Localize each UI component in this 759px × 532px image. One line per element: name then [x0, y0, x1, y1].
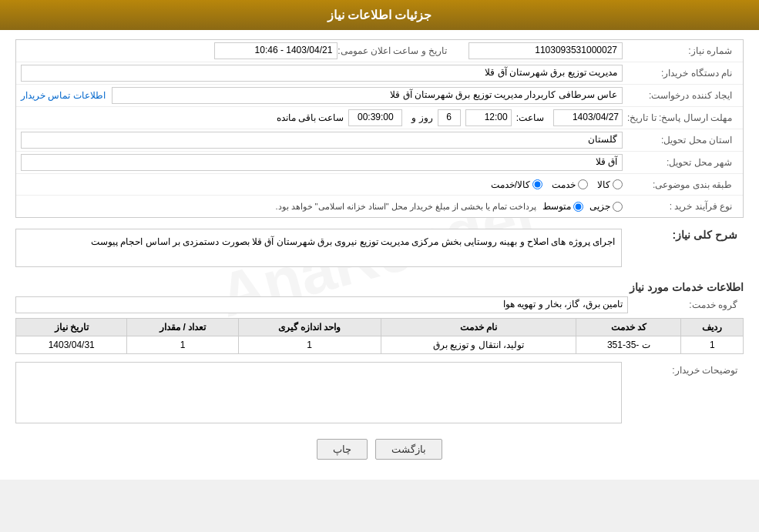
reply-remaining-label: ساعت باقی مانده — [272, 111, 349, 125]
purchase-type-label: نوع فرآیند خرید : — [623, 201, 738, 212]
services-table: ردیف کد خدمت نام خدمت واحد اندازه گیری ت… — [15, 318, 744, 354]
th-row: ردیف — [681, 319, 744, 336]
purchase-label-jozi: جزیی — [589, 201, 610, 212]
category-radio-group: کالا خدمت کالا/خدمت — [21, 179, 623, 190]
service-group-label: گروه خدمت: — [628, 299, 744, 310]
service-group-row: گروه خدمت: تامین برق، گاز، بخار و تهویه … — [15, 296, 744, 313]
buttons-row: بازگشت چاپ — [15, 431, 744, 470]
reply-date-value: 1403/04/27 — [553, 109, 623, 126]
purchase-option-motavaret: متوسط — [542, 201, 583, 212]
reply-remaining-value: 00:39:00 — [348, 109, 402, 126]
category-option-kala: کالا — [597, 179, 623, 190]
page-wrapper: جزئیات اطلاعات نیاز AnaRender شماره نیاز… — [0, 0, 759, 480]
content-area: AnaRender شماره نیاز: 1103093531000027 ت… — [0, 30, 759, 480]
category-label-khedmat: خدمت — [552, 179, 576, 190]
back-button[interactable]: بازگشت — [375, 439, 442, 460]
td-name: تولید، انتقال و توزیع برق — [381, 336, 576, 354]
th-unit: واحد اندازه گیری — [238, 319, 381, 336]
category-label: طبقه بندی موضوعی: — [623, 179, 738, 190]
reply-deadline-row: مهلت ارسال پاسخ: تا تاریخ: 1403/04/27 سا… — [16, 107, 743, 129]
province-value: گلستان — [21, 132, 623, 149]
buyer-notes-label: توضیحات خریدار: — [628, 362, 744, 376]
city-row: شهر محل تحویل: آق قلا — [16, 152, 743, 174]
category-option-khedmat: خدمت — [552, 179, 588, 190]
category-row: طبقه بندی موضوعی: کالا خدمت کالا/خدمت — [16, 174, 743, 196]
creator-row: ایجاد کننده درخواست: عاس سرطافی کاربردار… — [16, 85, 743, 107]
creator-contact-link[interactable]: اطلاعات تماس خریدار — [21, 90, 106, 101]
city-value: آق قلا — [21, 154, 623, 171]
creator-label: ایجاد کننده درخواست: — [623, 90, 738, 101]
purchase-radio-jozi[interactable] — [613, 202, 623, 212]
purchase-option-jozi: جزیی — [589, 201, 623, 212]
th-name: نام خدمت — [381, 319, 576, 336]
reply-days-label: روز و — [407, 111, 437, 125]
td-unit: 1 — [238, 336, 381, 354]
description-label: شرح کلی نیاز: — [628, 226, 744, 241]
th-date: تاریخ نیاز — [16, 319, 127, 336]
buyer-org-row: نام دستگاه خریدار: مدیریت توزیع برق شهرس… — [16, 62, 743, 85]
services-header: اطلاعات خدمات مورد نیاز — [15, 276, 744, 296]
page-header: جزئیات اطلاعات نیاز — [0, 0, 759, 30]
request-number-row: شماره نیاز: 1103093531000027 تاریخ و ساع… — [16, 40, 743, 62]
reply-time-label: ساعت: — [512, 111, 549, 125]
purchase-type-row: نوع فرآیند خرید : جزیی متوسط پرداخت تمام… — [16, 196, 743, 217]
announcement-date-label: تاریخ و ساعت اعلان عمومی: — [338, 45, 453, 56]
td-code: ت -35-351 — [576, 336, 681, 354]
buyer-org-label: نام دستگاه خریدار: — [623, 68, 738, 79]
category-radio-kala-khedmat[interactable] — [532, 179, 542, 189]
category-option-kala-khedmat: کالا/خدمت — [491, 179, 542, 190]
buyer-notes-section: توضیحات خریدار: — [15, 362, 744, 423]
table-header-row: ردیف کد خدمت نام خدمت واحد اندازه گیری ت… — [16, 319, 744, 336]
service-group-value: تامین برق، گاز، بخار و تهویه هوا — [15, 296, 628, 313]
request-number-label: شماره نیاز: — [623, 45, 738, 56]
category-label-kala: کالا — [597, 179, 610, 190]
description-section: شرح کلی نیاز: اجرای پروژه های اصلاح و به… — [15, 226, 744, 270]
print-button[interactable]: چاپ — [317, 439, 368, 460]
buyer-org-value: مدیریت توزیع برق شهرستان آق قلا — [21, 65, 623, 82]
reply-deadline-label: مهلت ارسال پاسخ: تا تاریخ: — [623, 112, 738, 123]
td-quantity: 1 — [127, 336, 238, 354]
city-label: شهر محل تحویل: — [623, 157, 738, 168]
category-radio-khedmat[interactable] — [578, 179, 588, 189]
services-section: اطلاعات خدمات مورد نیاز گروه خدمت: تامین… — [15, 276, 744, 354]
th-code: کد خدمت — [576, 319, 681, 336]
purchase-note: پرداخت تمام یا بخشی از مبلغ خریدار محل "… — [275, 202, 536, 212]
reply-time-value: 12:00 — [465, 109, 512, 126]
buyer-notes-textarea[interactable] — [15, 362, 622, 423]
purchase-radio-motavaret[interactable] — [573, 202, 583, 212]
page-title: جزئیات اطلاعات نیاز — [327, 8, 432, 22]
reply-days-value: 6 — [438, 109, 461, 126]
td-row: 1 — [681, 336, 744, 354]
category-radio-kala[interactable] — [613, 179, 623, 189]
purchase-label-motavaret: متوسط — [542, 201, 571, 212]
announcement-date-value: 1403/04/21 - 10:46 — [214, 42, 338, 59]
province-label: استان محل تحویل: — [623, 135, 738, 146]
buyer-notes-row: توضیحات خریدار: — [15, 362, 744, 423]
td-date: 1403/04/31 — [16, 336, 127, 354]
request-number-value: 1103093531000027 — [468, 42, 623, 59]
creator-value: عاس سرطافی کاربردار مدیریت توزیع برق شهر… — [112, 87, 623, 104]
category-label-kala-khedmat: کالا/خدمت — [491, 179, 530, 190]
purchase-type-options: جزیی متوسط پرداخت تمام یا بخشی از مبلغ خ… — [21, 201, 623, 212]
th-quantity: تعداد / مقدار — [127, 319, 238, 336]
content-inner: شماره نیاز: 1103093531000027 تاریخ و ساع… — [15, 39, 744, 470]
table-row: 1 ت -35-351 تولید، انتقال و توزیع برق 1 … — [16, 336, 744, 354]
province-row: استان محل تحویل: گلستان — [16, 129, 743, 152]
main-form-section: شماره نیاز: 1103093531000027 تاریخ و ساع… — [15, 39, 744, 218]
description-value: اجرای پروژه های اصلاح و بهینه روستایی بخ… — [15, 229, 622, 267]
